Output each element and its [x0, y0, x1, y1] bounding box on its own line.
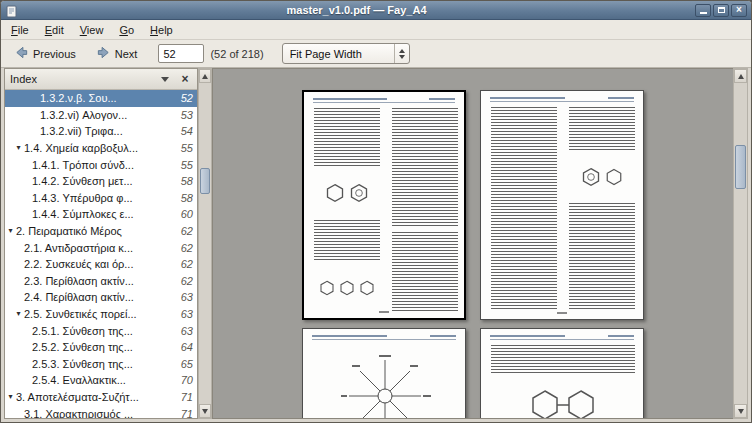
zoom-value: Fit Page Width [283, 48, 394, 60]
expander-down-icon[interactable]: ▾ [13, 310, 24, 318]
text-block [392, 108, 458, 228]
expander-down-icon[interactable]: ▾ [5, 227, 16, 235]
menu-go[interactable]: Go [111, 21, 142, 39]
toolbar: Previous Next (52 of 218) Fit Page Width [1, 40, 751, 68]
sidebar-scroll-track[interactable] [199, 83, 211, 404]
chemical-structure-figure [312, 264, 382, 312]
text-block [314, 220, 380, 260]
previous-page-button[interactable]: Previous [7, 42, 83, 65]
index-item-page: 71 [173, 391, 197, 403]
sidebar-header: Index × [5, 69, 197, 90]
text-block [491, 107, 557, 311]
index-item[interactable]: 1.4.4. Σύμπλοκες ε...60 [5, 206, 197, 223]
window-title: master_v1.0.pdf — Fay_A4 [22, 4, 691, 16]
index-item-label: 2.5. Συνθετικές πορεί... [24, 308, 173, 320]
zoom-spinner[interactable] [394, 44, 409, 63]
index-item-page: 63 [173, 325, 197, 337]
next-page-button[interactable]: Next [89, 42, 145, 65]
scroll-thumb[interactable] [735, 145, 746, 189]
index-item[interactable]: 2.2. Συσκευές και όρ...62 [5, 256, 197, 273]
text-block [392, 232, 458, 312]
sidebar-scrollbar[interactable] [198, 68, 212, 419]
sidebar-scroll-down-button[interactable] [199, 404, 211, 418]
index-item-label: 1.4. Χημεία καρβοξυλ... [24, 142, 173, 154]
document-icon [5, 4, 18, 17]
scroll-up-button[interactable] [734, 69, 747, 83]
page-number-input[interactable] [158, 44, 204, 63]
index-item[interactable]: 1.4.1. Τρόποι σύνδ...55 [5, 156, 197, 173]
scroll-track[interactable] [734, 83, 747, 404]
chevron-down-icon [161, 77, 169, 82]
menu-edit[interactable]: Edit [37, 21, 72, 39]
page-header [490, 97, 634, 102]
chemical-structure-figure [567, 155, 637, 199]
index-item-page: 62 [173, 242, 197, 254]
index-item[interactable]: 2.3. Περίθλαση ακτίν...62 [5, 273, 197, 290]
close-icon: × [736, 5, 742, 15]
expander-down-icon[interactable]: ▾ [13, 144, 24, 152]
page-count-label: (52 of 218) [210, 48, 263, 60]
index-item-page: 58 [173, 175, 197, 187]
index-item[interactable]: 2.4. Περίθλαση ακτίν...63 [5, 289, 197, 306]
index-item-label: 2.5.3. Σύνθεση της... [32, 358, 173, 370]
sidebar-scroll-thumb[interactable] [200, 168, 210, 194]
index-item-page: 64 [173, 341, 197, 353]
index-item[interactable]: 2.5.4. Εναλλακτικ...70 [5, 372, 197, 389]
document-view[interactable] [212, 68, 733, 419]
index-item-page: 62 [173, 225, 197, 237]
titlebar[interactable]: master_v1.0.pdf — Fay_A4 × [1, 1, 751, 20]
index-item[interactable]: 1.3.2.ν.β. Σου...52 [5, 90, 197, 107]
index-item[interactable]: 1.4.3. Υπέρυθρα φ...58 [5, 190, 197, 207]
index-item-label: 2. Πειραματικό Μέρος [16, 225, 173, 237]
document-scrollbar[interactable] [733, 68, 748, 419]
index-item[interactable]: 1.3.2.vii) Τριφα...54 [5, 123, 197, 140]
index-item[interactable]: ▾2. Πειραματικό Μέρος62 [5, 223, 197, 240]
index-item[interactable]: ▾1.4. Χημεία καρβοξυλ...55 [5, 140, 197, 157]
zoom-combobox[interactable]: Fit Page Width [282, 43, 410, 64]
pdf-page[interactable] [302, 328, 466, 419]
minimize-icon [700, 12, 707, 14]
index-item-page: 54 [173, 125, 197, 137]
index-item[interactable]: 1.4.2. Σύνθεση μετ...58 [5, 173, 197, 190]
index-item[interactable]: ▾3. Αποτελέσματα-Συζήτ...71 [5, 389, 197, 406]
index-item-label: 2.5.2. Σύνθεση της... [32, 341, 173, 353]
application-window: master_v1.0.pdf — Fay_A4 × File Edit Vie… [0, 0, 752, 423]
index-item-label: 2.5.1. Σύνθεση της... [32, 325, 173, 337]
maximize-button[interactable] [713, 4, 729, 17]
index-item-label: 1.3.2.vii) Τριφα... [40, 125, 173, 137]
sidebar-scroll-up-button[interactable] [199, 69, 211, 83]
page-header [313, 98, 455, 103]
index-item-label: 3.1. Χαρακτηρισμός ... [24, 408, 173, 418]
index-item[interactable]: 2.5.1. Σύνθεση της...63 [5, 322, 197, 339]
menu-help[interactable]: Help [142, 21, 181, 39]
arrow-up-icon [738, 74, 744, 79]
index-item[interactable]: 1.3.2.vi) Αλογον...53 [5, 107, 197, 124]
sidebar: Index × 1.3.2.ν.β. Σου...521.3.2.vi) Αλο… [4, 68, 198, 419]
minimize-button[interactable] [695, 4, 711, 17]
menu-file[interactable]: File [3, 21, 37, 39]
index-item-label: 3. Αποτελέσματα-Συζήτ... [16, 391, 173, 403]
scroll-down-button[interactable] [734, 404, 747, 418]
expander-down-icon[interactable]: ▾ [5, 393, 16, 401]
page-grid [302, 90, 644, 419]
index-item-label: 1.4.4. Σύμπλοκες ε... [32, 208, 173, 220]
pdf-page[interactable] [480, 90, 644, 320]
index-item-label: 2.2. Συσκευές και όρ... [24, 258, 173, 270]
pdf-page[interactable] [480, 328, 644, 419]
index-item[interactable]: 3.1. Χαρακτηρισμός ...71 [5, 405, 197, 418]
page-header [490, 335, 634, 340]
sidebar-selector-button[interactable] [158, 77, 172, 82]
index-item[interactable]: 2.5.3. Σύνθεση της...65 [5, 356, 197, 373]
index-item-label: 2.3. Περίθλαση ακτίν... [24, 275, 173, 287]
pdf-page[interactable] [302, 90, 466, 320]
menu-view[interactable]: View [72, 21, 112, 39]
index-item-page: 58 [173, 192, 197, 204]
sidebar-close-button[interactable]: × [178, 73, 192, 85]
index-item-page: 62 [173, 258, 197, 270]
arrow-left-icon [14, 45, 29, 62]
index-item[interactable]: 2.1. Αντιδραστήρια κ...62 [5, 239, 197, 256]
close-button[interactable]: × [731, 4, 747, 17]
index-item[interactable]: ▾2.5. Συνθετικές πορεί...63 [5, 306, 197, 323]
index-item[interactable]: 2.5.2. Σύνθεση της...64 [5, 339, 197, 356]
page-footer [379, 311, 389, 313]
